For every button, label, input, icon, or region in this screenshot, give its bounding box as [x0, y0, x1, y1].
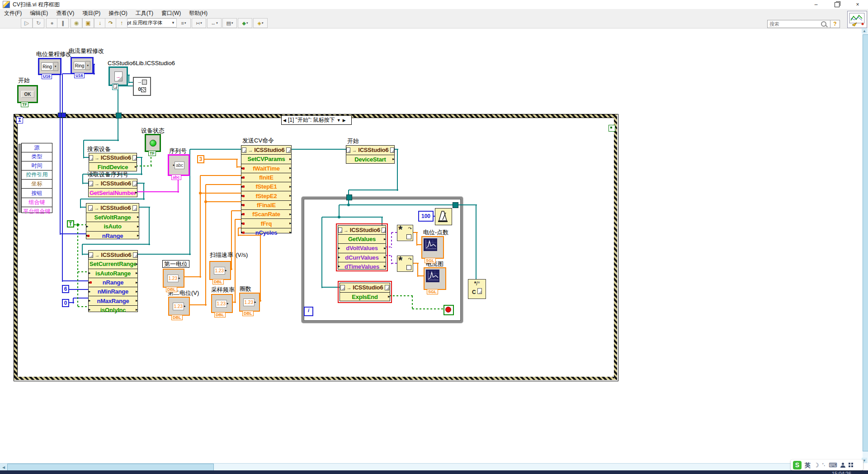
event-data-item[interactable]: 平台组合键: [22, 207, 52, 216]
scan-rate-terminal[interactable]: 1.23▸DBL: [209, 261, 231, 280]
potential-points-chart-terminal[interactable]: SGL: [421, 236, 444, 259]
node-row[interactable]: fFrq▸▸: [241, 218, 291, 228]
wire-teal[interactable]: [339, 217, 383, 218]
node-row[interactable]: fStepE2▸▸: [241, 191, 291, 200]
wire-teal[interactable]: [137, 254, 191, 255]
node-row[interactable]: fFinalE▸▸: [241, 200, 291, 209]
wire-green[interactable]: [412, 308, 444, 309]
align-objects-dropdown[interactable]: ≡▾: [176, 18, 191, 28]
case-dropdown-icon[interactable]: ▼: [337, 118, 341, 123]
menu-item[interactable]: 帮助(H): [185, 9, 212, 17]
context-help-toggle[interactable]: ◈▾: [253, 18, 268, 28]
event-node-terminal[interactable]: [609, 125, 615, 132]
menu-item[interactable]: 查看(V): [52, 9, 78, 17]
wire-teal[interactable]: [83, 140, 84, 158]
menu-item[interactable]: 工具(T): [132, 9, 157, 17]
node-row[interactable]: dTimeValues▸▸: [338, 262, 386, 271]
wire-orange[interactable]: [182, 276, 201, 277]
set-volt-range-node[interactable]: →ICSStudio6SetVoltRange▸isAuto▸▸nRange▸▸: [86, 203, 139, 239]
numeric-constant-6[interactable]: 6: [62, 285, 69, 293]
scroll-up-arrow[interactable]: ▲: [862, 28, 867, 33]
node-row[interactable]: isOnlyInc▸▸: [89, 305, 137, 314]
wire-teal[interactable]: [322, 217, 340, 218]
wire-teal[interactable]: [457, 204, 477, 205]
wire-green[interactable]: [136, 166, 152, 166]
step-over-icon[interactable]: ↷: [105, 18, 117, 28]
node-row[interactable]: fStepE1▸▸: [241, 182, 291, 191]
wire-green[interactable]: [412, 296, 413, 310]
ime-toolbar[interactable]: S 英 ☽ ’· ⌨: [791, 460, 863, 470]
tunnel[interactable]: [346, 194, 352, 200]
wire-orange[interactable]: [238, 228, 239, 236]
wire-teal[interactable]: [82, 244, 150, 245]
get-values-node[interactable]: →ICSStudio6GetValues▸dVoltValues▸▸dCurrV…: [338, 225, 386, 270]
reorder-dropdown[interactable]: ▤▾: [222, 18, 237, 28]
set-current-range-node[interactable]: →ICSStudio6SetCurrentRange▸isAutoRange▸▸…: [88, 250, 138, 312]
potential-range-ring-terminal[interactable]: Ring▼U16: [38, 58, 61, 75]
first-potential-terminal[interactable]: 1.23▸DBL: [163, 269, 184, 288]
wire-orange[interactable]: [204, 159, 238, 160]
wire-teal[interactable]: [397, 149, 398, 191]
previous-case-arrow[interactable]: ◀: [283, 118, 286, 123]
numeric-constant-100[interactable]: 100: [418, 211, 434, 222]
event-data-item[interactable]: 时间: [22, 161, 52, 170]
event-data-item[interactable]: 源: [22, 143, 52, 152]
node-row[interactable]: DeviceStart▸: [346, 155, 394, 164]
event-case-selector[interactable]: ◀[1] "开始": 鼠标按下▼▶: [281, 115, 352, 125]
event-data-node[interactable]: 源类型时间控件引用坐标按钮组合键平台组合键: [21, 143, 52, 213]
search-input[interactable]: 搜索: [767, 20, 831, 28]
event-data-item[interactable]: 类型: [22, 152, 52, 161]
block-diagram-canvas[interactable]: ◀[1] "开始": 鼠标按下▼▶源类型时间控件引用坐标按钮组合键平台组合键电位…: [0, 0, 868, 474]
scroll-left-arrow[interactable]: ◀: [0, 464, 7, 471]
taskbar-clock[interactable]: 15:04:26: [832, 471, 851, 474]
close-button[interactable]: ×: [847, 0, 868, 9]
wire-orange[interactable]: [206, 201, 242, 202]
wire-teal[interactable]: [349, 190, 398, 190]
icsstudio6-class-constant[interactable]: →: [108, 66, 128, 86]
node-row[interactable]: FindDevice▸: [89, 162, 137, 172]
menu-item[interactable]: 窗口(W): [157, 9, 185, 17]
wire-orange[interactable]: [200, 175, 242, 176]
run-continuous-icon[interactable]: ↻: [33, 18, 44, 28]
fullwidth-mode-icon[interactable]: ☽: [814, 462, 819, 468]
node-row[interactable]: GetValues▸: [338, 234, 386, 243]
vertical-scrollbar[interactable]: ▲ ▼: [863, 28, 868, 463]
constructor-node[interactable]: →0: [133, 77, 151, 96]
close-reference-node[interactable]: */*C: [468, 279, 486, 299]
wire-green[interactable]: [77, 225, 78, 308]
exp-is-end-node[interactable]: →ICSStudio6ExpIsEnd▸: [340, 283, 390, 301]
wire-teal[interactable]: [190, 149, 242, 150]
wire-teal[interactable]: [322, 287, 340, 288]
clean-up-diagram-button[interactable]: ◆▾: [238, 18, 252, 28]
wire-orange[interactable]: [200, 175, 201, 278]
serial-number-string-terminal[interactable]: ▸abcabc: [168, 154, 190, 176]
run-icon[interactable]: ▶: [21, 18, 33, 28]
wire-green[interactable]: [389, 295, 413, 296]
tunnel[interactable]: [116, 113, 122, 118]
wire-teal[interactable]: [84, 140, 119, 141]
next-case-arrow[interactable]: ▶: [343, 118, 346, 123]
second-potential-terminal[interactable]: 1.23▸DBL: [168, 297, 190, 316]
true-constant[interactable]: T: [67, 220, 74, 228]
node-row[interactable]: ExpIsEnd▸: [340, 292, 390, 302]
cycles-terminal[interactable]: 1.23▸DBL: [239, 293, 260, 312]
wire-blue[interactable]: [60, 65, 61, 235]
ime-menu-grid-icon[interactable]: [849, 463, 850, 465]
horizontal-scrollbar[interactable]: ◀ ▶: [0, 463, 863, 471]
wire-teal[interactable]: [321, 217, 322, 288]
node-row[interactable]: isAutoRange▸▸: [89, 269, 137, 278]
event-data-item[interactable]: 坐标: [22, 179, 52, 188]
node-row[interactable]: dCurrValues▸▸: [338, 253, 386, 262]
ime-language-toggle[interactable]: 英: [805, 462, 811, 468]
numeric-constant-0[interactable]: 0: [62, 299, 69, 307]
node-row[interactable]: nCycles▸▸: [241, 228, 291, 237]
wire-teal[interactable]: [149, 207, 150, 245]
node-row[interactable]: fScanRate▸▸: [241, 209, 291, 218]
wire-orange[interactable]: [416, 232, 417, 246]
menu-item[interactable]: 操作(O): [104, 9, 131, 17]
wire-teal[interactable]: [382, 217, 382, 226]
wire-blue[interactable]: [62, 280, 89, 281]
wire-orange[interactable]: [235, 219, 236, 303]
event-timeout-terminal[interactable]: [16, 117, 23, 123]
wire-teal[interactable]: [349, 204, 456, 205]
